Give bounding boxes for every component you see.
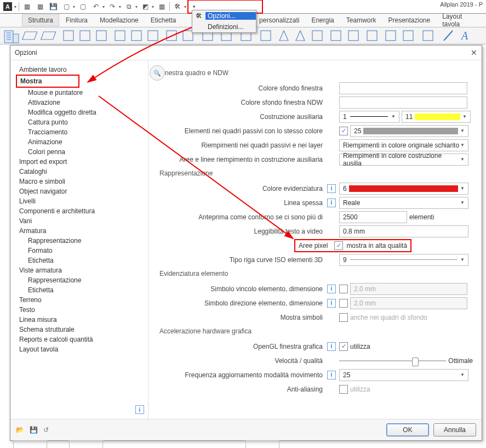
menu-etichetta[interactable]: Etichetta [145,15,182,26]
info-icon[interactable]: i [327,299,336,308]
anteprima-count[interactable]: 2500 [339,211,407,223]
color-sfondo-finestra[interactable] [339,82,467,94]
chk-aree-pixel[interactable]: ✓ [334,241,343,250]
bottom-tab-1[interactable] [13,440,47,448]
tree-import-export[interactable]: Import ed export [16,157,143,167]
riemp-costruzione[interactable]: Riempimenti in colore costruzione ausili… [339,154,468,166]
tree-armatura[interactable]: Armatura [16,226,143,236]
tree-reports[interactable]: Reports e calcoli quantità [16,334,143,344]
ok-button[interactable]: OK [386,423,429,436]
color-sfondo-ndw[interactable] [339,97,467,109]
tb-btn-9[interactable]: ◩ [140,1,151,12]
info-icon[interactable]: i [327,199,336,207]
chk-r13[interactable]: ✓ [339,285,348,293]
info-icon[interactable]: i [327,371,336,379]
lbl-r2: Colore sfondo finestra NDW [159,99,327,106]
tb-btn-4[interactable]: ▢ [61,1,72,12]
svg-rect-6 [131,31,141,41]
menu-modellazione[interactable]: Modellazione [94,15,144,26]
info-icon[interactable]: i [327,342,336,351]
menu-struttura[interactable]: Struttura [22,14,59,26]
redo-icon[interactable]: ↷ [107,1,118,12]
tree-linea-misura[interactable]: Linea misura [16,315,143,325]
tb-btn-2[interactable]: ▦ [35,1,45,12]
tree-arm-formato[interactable]: Formato [16,246,143,256]
group-hw: Accelerazione hardware grafica [159,327,473,335]
tree-testo[interactable]: Testo [16,305,143,315]
tree-attivazione[interactable]: Attivazione [16,98,143,107]
dropdown-opzioni[interactable]: 🛠 Opzioni... [192,10,256,21]
bottom-tab-3[interactable] [245,440,279,448]
chk-r4[interactable]: ✓ [339,127,348,135]
tipo-riga-iso[interactable]: 9▼ [339,254,468,266]
menu-layout-tavola[interactable]: Layout tavola [437,11,486,30]
quality-slider[interactable] [339,356,446,365]
undo-icon[interactable]: ↶ [90,1,101,12]
menu-teamwork[interactable]: Teamwork [341,15,382,26]
tb-btn-8[interactable]: ⧉ [123,1,134,12]
lbl-r11: Aree pixel [299,242,328,249]
chk-antialiasing[interactable]: ✓ [339,385,348,394]
tree-object-navigator[interactable]: Object navigator [16,186,143,196]
svg-rect-20 [423,31,433,41]
dialog-titlebar: Opzioni ✕ [10,46,482,60]
info-icon[interactable]: i [327,285,336,293]
app-icon[interactable]: A [2,1,13,12]
folder-open-icon[interactable]: 📂 [16,426,24,434]
passivi-color[interactable]: 25▼ [350,125,468,137]
close-icon[interactable]: ✕ [471,48,477,57]
tb-btn-10[interactable]: ▦ [156,1,167,12]
tree-modifica-oggetto[interactable]: Modifica oggetto diretta [16,107,143,117]
info-icon[interactable]: i [327,184,336,193]
save-icon[interactable]: 💾 [30,426,38,434]
tree-arm-etichetta[interactable]: Etichetta [16,256,143,265]
costruzione-aus-num[interactable]: 1▼ [339,111,399,123]
tree-terreno[interactable]: Terreno [16,295,143,305]
chk-r14[interactable]: ✓ [339,299,348,308]
lbl-r5: Riempimenti nei quadri passivi e nei lay… [159,141,327,149]
menu-finitura[interactable]: Finitura [60,15,93,26]
reset-icon[interactable]: ↺ [43,426,49,434]
bottom-tab-2[interactable] [69,440,103,448]
tree-va-etichetta[interactable]: Etichetta [16,285,143,295]
menu-personalizzati[interactable]: personalizzati [254,15,305,26]
tree-arm-rapp[interactable]: Rappresentazione [16,236,143,246]
tree-cataloghi[interactable]: Cataloghi [16,167,143,177]
menu-presentazione[interactable]: Presentazione [382,15,436,26]
tree-mostra[interactable]: Mostra [16,75,79,88]
cancel-button[interactable]: Annulla [433,423,476,436]
leggibilita-testo[interactable]: 0.8 mm [339,225,468,237]
save-icon[interactable]: 💾 [48,1,59,12]
tree-va-rapp[interactable]: Rappresentazione [16,275,143,285]
info-icon-bottom[interactable]: i [135,405,144,414]
tree-mouse[interactable]: Mouse e puntatore [16,88,143,98]
tree-layout-tavola[interactable]: Layout tavola [16,344,143,354]
freq-aggiornamento[interactable]: 25▼ [339,369,468,381]
building-icon[interactable] [3,30,20,46]
tb-btn-1[interactable]: ▦ [21,1,32,12]
search-icon[interactable]: 🔍 [150,65,165,81]
tree-colori-penna[interactable]: Colori penna [16,147,143,157]
tree-cattura-punto[interactable]: Cattura punto [16,117,143,127]
settings-dropdown: 🛠 Opzioni... Definizioni... [192,10,256,33]
tree-componenti[interactable]: Componenti e architettura [16,206,143,216]
chk-r15[interactable]: ✓ [339,313,348,322]
riemp-passivi[interactable]: Riempimenti in colore originale schiarit… [339,139,468,151]
tb-btn-5[interactable]: ▢ [77,1,88,12]
linea-spessa[interactable]: Reale▼ [339,197,468,209]
tree-viste-armatura[interactable]: Viste armatura [16,265,143,275]
menu-energia[interactable]: Energia [306,15,339,26]
colore-evidenziatura[interactable]: 6▼ [339,183,468,195]
tree-ambiente-lavoro[interactable]: Ambiente lavoro [16,65,143,75]
tree-macro[interactable]: Macro e simboli [16,177,143,186]
tree-schema[interactable]: Schema strutturale [16,325,143,334]
lbl-r19: Anti-aliasing [159,385,327,393]
settings-icon[interactable]: 🛠 [172,1,183,12]
tree-livelli[interactable]: Livelli [16,196,143,206]
chk-opengl[interactable]: ✓ [339,342,348,351]
tree-vani[interactable]: Vani [16,216,143,226]
dropdown-definizioni[interactable]: Definizioni... [192,21,256,32]
costruzione-aus-color[interactable]: 11▼ [402,111,471,123]
tree-tracciamento[interactable]: Tracciamento [16,127,143,137]
tree-animazione[interactable]: Animazione [16,137,143,147]
